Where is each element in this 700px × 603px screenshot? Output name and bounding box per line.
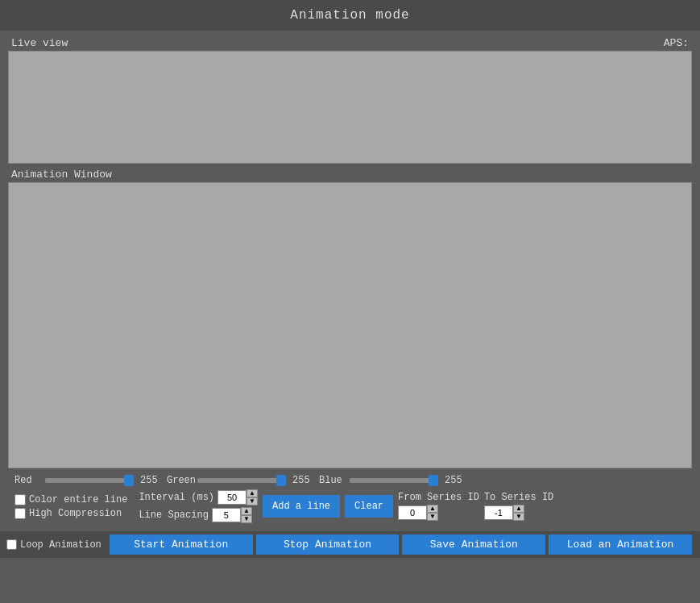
blue-slider[interactable] — [350, 478, 438, 483]
save-animation-button[interactable]: Save Animation — [402, 534, 545, 555]
interval-linespacing-group: Interval (ms) ▲ ▼ Line Spacing ▲ — [139, 489, 258, 523]
to-series-up-button[interactable]: ▲ — [513, 505, 524, 513]
color-entire-line-checkbox[interactable] — [14, 494, 26, 505]
main-content: Live view APS: Animation Window Red 255 … — [0, 31, 700, 531]
to-series-input-row: ▲ ▼ — [484, 505, 553, 521]
linespacing-row: Line Spacing ▲ ▼ — [139, 507, 258, 523]
red-label: Red — [14, 475, 39, 486]
stop-animation-button[interactable]: Stop Animation — [256, 534, 400, 555]
blue-label: Blue — [319, 475, 343, 486]
animation-window-canvas — [8, 182, 692, 468]
live-view-header: Live view APS: — [8, 35, 692, 51]
green-value: 255 — [292, 475, 313, 486]
live-view-label: Live view — [11, 37, 68, 49]
to-series-spinner: ▲ ▼ — [484, 505, 524, 521]
green-label: Green — [167, 475, 191, 486]
loop-animation-label[interactable]: Loop Animation — [6, 539, 101, 551]
title-bar: Animation mode — [0, 0, 700, 31]
green-slider[interactable] — [197, 478, 286, 483]
interval-down-button[interactable]: ▼ — [246, 497, 258, 505]
to-series-group: To Series ID ▲ ▼ — [484, 492, 553, 521]
from-series-input[interactable] — [398, 505, 427, 520]
to-series-spinner-buttons: ▲ ▼ — [513, 505, 524, 521]
animation-window-label: Animation Window — [11, 168, 112, 181]
controls-area: Red 255 Green 255 Blue 255 Color entire … — [8, 472, 692, 526]
to-series-label-row: To Series ID — [484, 492, 553, 503]
bottom-buttons-row: Loop Animation Start Animation Stop Anim… — [0, 531, 700, 558]
color-sliders-row: Red 255 Green 255 Blue 255 — [14, 475, 686, 486]
from-series-spinner-buttons: ▲ ▼ — [427, 505, 438, 521]
loop-animation-checkbox[interactable] — [6, 539, 17, 550]
start-animation-button[interactable]: Start Animation — [110, 534, 253, 555]
from-series-id-label: From Series ID — [398, 492, 479, 503]
aps-label: APS: — [664, 37, 689, 49]
high-compression-checkbox[interactable] — [14, 508, 26, 519]
interval-row: Interval (ms) ▲ ▼ — [139, 489, 258, 505]
clear-button[interactable]: Clear — [345, 495, 393, 518]
linespacing-input[interactable] — [212, 508, 241, 522]
from-series-down-button[interactable]: ▼ — [427, 513, 438, 521]
high-compression-label[interactable]: High Compression — [14, 508, 127, 519]
app-title: Animation mode — [290, 8, 409, 23]
linespacing-down-button[interactable]: ▼ — [241, 515, 252, 523]
interval-input[interactable] — [217, 490, 246, 505]
red-value: 255 — [140, 475, 160, 486]
linespacing-label: Line Spacing — [139, 509, 208, 521]
linespacing-spinner: ▲ ▼ — [212, 507, 252, 523]
from-series-up-button[interactable]: ▲ — [427, 505, 438, 513]
to-series-input[interactable] — [484, 505, 513, 520]
linespacing-spinner-buttons: ▲ ▼ — [241, 507, 252, 523]
color-entire-line-label[interactable]: Color entire line — [14, 494, 127, 505]
options-row: Color entire line High Compression Inter… — [14, 489, 686, 523]
from-series-spinner: ▲ ▼ — [398, 505, 438, 521]
interval-up-button[interactable]: ▲ — [246, 489, 258, 497]
live-view-section: Live view APS: — [8, 35, 692, 164]
interval-spinner-buttons: ▲ ▼ — [246, 489, 258, 505]
interval-label: Interval (ms) — [139, 492, 214, 503]
linespacing-up-button[interactable]: ▲ — [241, 507, 252, 515]
add-line-button[interactable]: Add a line — [263, 495, 340, 518]
from-series-label-row: From Series ID — [398, 492, 479, 503]
to-series-id-label: To Series ID — [484, 492, 553, 503]
interval-spinner: ▲ ▼ — [217, 489, 258, 505]
checkbox-group: Color entire line High Compression — [14, 494, 127, 519]
live-view-canvas — [8, 51, 692, 164]
animation-window-section: Animation Window — [8, 167, 692, 468]
from-series-input-row: ▲ ▼ — [398, 505, 479, 521]
red-slider[interactable] — [45, 478, 134, 483]
to-series-down-button[interactable]: ▼ — [513, 513, 524, 521]
animation-window-header: Animation Window — [8, 167, 692, 182]
load-animation-button[interactable]: Load an Animation — [549, 534, 692, 555]
blue-value: 255 — [445, 475, 465, 486]
from-series-group: From Series ID ▲ ▼ — [398, 492, 479, 521]
